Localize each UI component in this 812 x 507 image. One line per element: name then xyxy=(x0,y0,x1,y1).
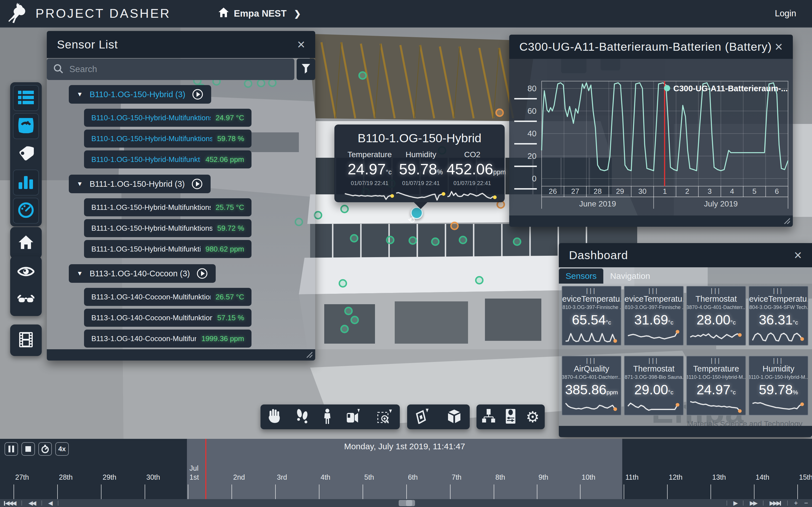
sensor-marker-green[interactable] xyxy=(340,325,349,333)
sensor-group-header[interactable]: ▼B111-1.OG-150-Hybrid (3) xyxy=(69,175,211,193)
xray-button[interactable] xyxy=(13,287,39,313)
gauge-button[interactable] xyxy=(13,198,39,224)
close-icon[interactable]: × xyxy=(794,248,802,262)
sensor-marker-green[interactable] xyxy=(513,237,521,246)
sensor-list-button[interactable] xyxy=(13,85,39,111)
resize-grip-icon[interactable] xyxy=(305,350,312,359)
dashboard-card[interactable]: |||TemperatureB110-1.OG-150-Hybrid-M...2… xyxy=(686,356,746,415)
sensor-group-header[interactable]: ▼B110-1.OG-150-Hybrid (3) xyxy=(69,85,211,104)
sensor-marker-green[interactable] xyxy=(386,236,395,244)
skip-to-end-icon[interactable]: ▶▶▶ xyxy=(770,500,781,506)
sensor-marker-orange[interactable] xyxy=(450,222,459,230)
card-drag-handle-icon[interactable]: ||| xyxy=(711,288,721,294)
meter-button[interactable] xyxy=(13,113,39,139)
card-drag-handle-icon[interactable]: ||| xyxy=(586,357,597,363)
pan-hand-icon[interactable] xyxy=(268,409,281,425)
card-drag-handle-icon[interactable]: ||| xyxy=(586,288,597,294)
card-drag-handle-icon[interactable]: ||| xyxy=(711,357,721,363)
fast-forward-icon[interactable]: ▶▶ xyxy=(750,500,756,506)
cube-icon[interactable] xyxy=(447,409,462,425)
pause-button[interactable] xyxy=(4,442,18,456)
sensor-item[interactable]: B111-1.OG-150-Hybrid-Multifunktionsfühle… xyxy=(84,240,252,258)
scrub-handle[interactable] xyxy=(399,500,415,506)
dashboard-card[interactable]: |||ThermostatB870-4.OG-401-Dachterr...28… xyxy=(686,286,746,346)
sensor-marker-green[interactable] xyxy=(350,234,358,242)
visibility-button[interactable] xyxy=(13,259,39,285)
filter-button[interactable] xyxy=(297,59,315,80)
collapse-triangle-icon[interactable]: ▼ xyxy=(77,180,83,187)
dashboard-header[interactable]: Dashboard × xyxy=(559,243,812,267)
region-zoom-icon[interactable] xyxy=(377,409,392,425)
properties-icon[interactable] xyxy=(506,409,515,425)
sensor-marker-green[interactable] xyxy=(358,71,367,80)
animation-button[interactable] xyxy=(13,327,39,353)
walk-icon[interactable] xyxy=(297,409,308,425)
step-forward-icon[interactable]: ▶ xyxy=(733,500,737,506)
sensor-marker-orange[interactable] xyxy=(495,108,504,117)
tab-navigation[interactable]: Navigation xyxy=(603,269,657,284)
dashboard-card[interactable]: |||DeviceTemperatu...B804-3.OG-394-SFW T… xyxy=(749,286,808,346)
step-back-icon[interactable]: ◀ xyxy=(48,500,52,506)
timeline-playhead[interactable] xyxy=(205,439,206,499)
card-drag-handle-icon[interactable]: ||| xyxy=(649,357,659,363)
breadcrumb[interactable]: Empa NEST ❯ xyxy=(218,8,301,19)
sensor-item[interactable]: B113-1.OG-140-Cocoon-Multifunktionsfühle… xyxy=(84,330,252,348)
metric-label: Humidity xyxy=(395,150,447,159)
chart-body[interactable]: 0204060802627282930123456June 2019July 2… xyxy=(509,59,793,216)
loop-button[interactable] xyxy=(38,442,52,456)
login-button[interactable]: Login xyxy=(775,8,796,18)
collapse-triangle-icon[interactable]: ▼ xyxy=(77,270,83,277)
speed-button[interactable]: 4x xyxy=(55,442,69,456)
sensor-marker-green[interactable] xyxy=(340,205,349,213)
card-drag-handle-icon[interactable]: ||| xyxy=(649,288,659,294)
settings-gear-icon[interactable]: ⚙ xyxy=(526,409,539,425)
sensor-search-box[interactable] xyxy=(47,59,294,80)
sensor-item[interactable]: B110-1.OG-150-Hybrid-Multifunktionsfühle… xyxy=(84,151,252,168)
dashboard-card[interactable]: |||DeviceTemperatu...B810-3.OG-397-Finni… xyxy=(624,286,684,346)
sensor-item[interactable]: B113-1.OG-140-Cocoon-Multifunktionsfühle… xyxy=(84,288,252,306)
chart-panel-header[interactable]: C300-UG-A11-Batterieraum-Batterien (Batt… xyxy=(509,35,793,59)
sensor-marker-green[interactable] xyxy=(431,237,440,246)
tab-sensors[interactable]: Sensors xyxy=(559,269,603,284)
orbit-view-icon[interactable] xyxy=(416,409,430,425)
sensor-item[interactable]: B111-1.OG-150-Hybrid-Multifunktionsfühle… xyxy=(84,219,252,237)
dashboard-card[interactable]: |||HumidityB110-1.OG-150-Hybrid-M...59.7… xyxy=(749,356,808,415)
resize-grip-icon[interactable] xyxy=(783,217,790,225)
dashboard-card[interactable]: |||ThermostatB871-3.OG-398-Bio Sauna...2… xyxy=(624,356,684,415)
zoom-out-timeline-icon[interactable]: − xyxy=(804,499,808,507)
sensor-item[interactable]: B111-1.OG-150-Hybrid-Multifunktionsfühle… xyxy=(84,198,252,216)
home-view-button[interactable] xyxy=(13,230,39,256)
dashboard-card[interactable]: |||DeviceTemperatu...B810-3.OG-397-Finni… xyxy=(562,286,621,346)
sensor-group-header[interactable]: ▼B113-1.OG-140-Cocoon (3) xyxy=(69,264,216,283)
sensor-marker-green[interactable] xyxy=(344,307,353,315)
zoom-in-timeline-icon[interactable]: + xyxy=(794,499,798,507)
collapse-triangle-icon[interactable]: ▼ xyxy=(77,91,83,98)
camera-icon[interactable] xyxy=(347,409,361,425)
tag-button[interactable] xyxy=(13,142,39,167)
sensor-item[interactable]: B110-1.OG-150-Hybrid-Multifunktionsfühle… xyxy=(84,129,252,148)
sensor-marker-green[interactable] xyxy=(459,236,467,244)
search-input[interactable] xyxy=(69,64,288,75)
card-drag-handle-icon[interactable]: ||| xyxy=(773,288,784,294)
sensor-item[interactable]: B110-1.OG-150-Hybrid-Multifunktionsfühle… xyxy=(84,109,252,127)
timeline[interactable]: Monday, July 1st 2019, 11:41:47 4x 27th2… xyxy=(0,439,812,499)
sensor-marker-green[interactable] xyxy=(475,276,484,284)
fast-rewind-icon[interactable]: ◀◀ xyxy=(28,500,35,506)
sensor-list-header[interactable]: Sensor List × xyxy=(47,31,315,58)
sensor-marker-green[interactable] xyxy=(339,279,347,288)
card-drag-handle-icon[interactable]: ||| xyxy=(773,357,784,363)
play-circle-icon[interactable] xyxy=(197,268,208,279)
sensor-marker-green[interactable] xyxy=(350,316,359,324)
sensor-marker-green[interactable] xyxy=(409,236,417,245)
skip-to-start-icon[interactable]: ◀◀◀ xyxy=(4,500,15,506)
close-icon[interactable]: × xyxy=(297,38,305,51)
play-circle-icon[interactable] xyxy=(192,178,203,189)
person-icon[interactable] xyxy=(324,409,331,425)
sensor-item[interactable]: B113-1.OG-140-Cocoon-Multifunktionsfühle… xyxy=(84,309,252,327)
play-circle-icon[interactable] xyxy=(192,89,203,100)
charts-button[interactable] xyxy=(13,170,39,195)
close-icon[interactable]: × xyxy=(775,40,783,54)
model-structure-icon[interactable] xyxy=(482,409,495,425)
dashboard-card[interactable]: |||AirQualityB870-4.OG-401-Dachterr...38… xyxy=(562,356,621,415)
stop-button[interactable] xyxy=(21,442,35,456)
